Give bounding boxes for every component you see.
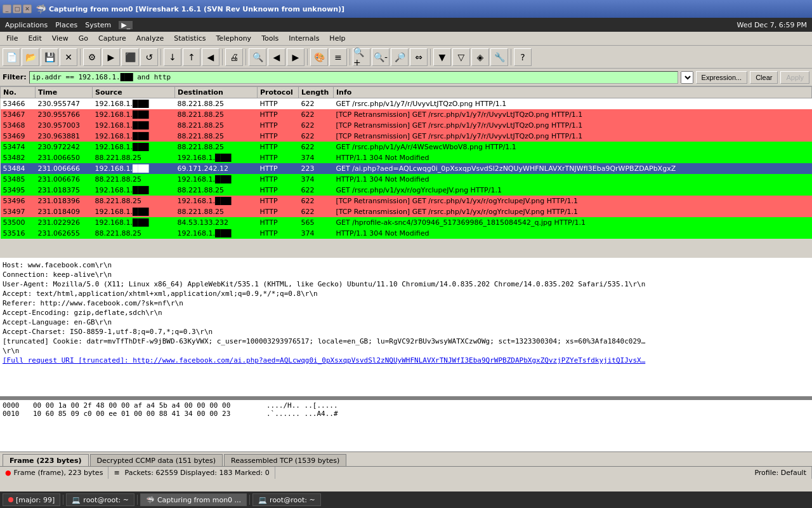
packet-list-scroll[interactable]: No. Time Source Destination Protocol Len… bbox=[0, 86, 812, 258]
menu-tools[interactable]: Tools bbox=[256, 33, 284, 44]
auto-scroll-button[interactable]: ≡ bbox=[329, 48, 347, 66]
packet-detail[interactable]: Host: www.facebook.com\r\nConnection: ke… bbox=[0, 258, 812, 398]
taskbar-terminal2[interactable]: 💻 root@root: ~ bbox=[252, 493, 321, 506]
coloring-rules-button[interactable]: ◈ bbox=[471, 48, 489, 66]
taskbar-major[interactable]: [major: 99] bbox=[3, 493, 60, 506]
save-button[interactable]: 💾 bbox=[41, 48, 58, 66]
start-capture-button[interactable]: ▶ bbox=[102, 48, 120, 66]
display-filter-button[interactable]: ▽ bbox=[452, 48, 470, 66]
terminal1-label: root@root: ~ bbox=[83, 496, 129, 504]
detail-line: Connection: keep-alive\r\n bbox=[3, 270, 809, 279]
table-row[interactable]: 53469230.963881192.168.1.███88.221.88.25… bbox=[1, 131, 812, 142]
menu-internals[interactable]: Internals bbox=[284, 33, 324, 44]
tab-2[interactable]: Reassembled TCP (1539 bytes) bbox=[224, 454, 346, 466]
taskbar-sep-1 bbox=[63, 495, 63, 505]
window-controls[interactable]: _ □ ✕ bbox=[3, 4, 32, 13]
menu-edit[interactable]: Edit bbox=[23, 33, 46, 44]
open-button[interactable]: 📂 bbox=[22, 48, 39, 66]
cell-no: 53469 bbox=[1, 131, 36, 142]
filter-input[interactable] bbox=[29, 71, 678, 84]
terminal-icon[interactable]: ▶_ bbox=[119, 21, 133, 29]
taskbar-wireshark[interactable]: 🦈 Capturing from mon0 ... bbox=[140, 493, 247, 506]
table-row[interactable]: 53467230.955766192.168.1.███88.221.88.25… bbox=[1, 109, 812, 120]
menu-capture[interactable]: Capture bbox=[93, 33, 131, 44]
table-row[interactable]: 53495231.018375192.168.1.███88.221.88.25… bbox=[1, 185, 812, 196]
apply-button[interactable]: Apply bbox=[780, 71, 809, 84]
zoom-out-button[interactable]: 🔍- bbox=[372, 48, 390, 66]
menu-statistics[interactable]: Statistics bbox=[169, 33, 211, 44]
taskbar-terminal1[interactable]: 💻 root@root: ~ bbox=[66, 493, 134, 506]
expression-button[interactable]: Expression... bbox=[696, 71, 748, 84]
zoom-in-button[interactable]: 🔍+ bbox=[353, 48, 370, 66]
table-row[interactable]: 53516231.06265588.221.88.25192.168.1.███… bbox=[1, 228, 812, 239]
tab-1[interactable]: Decrypted CCMP data (151 bytes) bbox=[90, 454, 223, 466]
capture-filter-button[interactable]: ▼ bbox=[433, 48, 451, 66]
scroll-start-button[interactable]: ↑ bbox=[183, 48, 200, 66]
detail-line: [truncated] Cookie: datr=mvTfThDtF-w9jBW… bbox=[3, 337, 809, 346]
apps-menu[interactable]: Applications bbox=[5, 21, 48, 29]
find-button[interactable]: 🔍 bbox=[249, 48, 266, 66]
zoom-reset-button[interactable]: 🔎 bbox=[391, 48, 409, 66]
spacer: ≡ bbox=[114, 469, 119, 477]
col-info[interactable]: Info bbox=[334, 87, 812, 98]
options-button[interactable]: ⚙ bbox=[83, 48, 101, 66]
col-no[interactable]: No. bbox=[1, 87, 36, 98]
places-menu[interactable]: Places bbox=[55, 21, 77, 29]
table-row[interactable]: 53474230.972242192.168.1.███88.221.88.25… bbox=[1, 142, 812, 152]
cell-src: 192.168.1.███ bbox=[93, 163, 175, 174]
cell-time: 231.062655 bbox=[36, 228, 93, 239]
table-row[interactable]: 53500231.022926192.168.1.███84.53.133.23… bbox=[1, 217, 812, 228]
stop-capture-button[interactable]: ⬛ bbox=[121, 48, 139, 66]
hex-panel[interactable]: 000000 00 1a 00 2f 48 00 00 af a4 5b a4 … bbox=[0, 400, 812, 451]
cell-dst: 192.168.1.███ bbox=[175, 174, 258, 185]
clear-button[interactable]: Clear bbox=[750, 71, 778, 84]
print-button[interactable]: 🖨 bbox=[225, 48, 243, 66]
col-dst[interactable]: Destination bbox=[175, 87, 258, 98]
col-proto[interactable]: Protocol bbox=[258, 87, 299, 98]
close-button[interactable]: ✕ bbox=[60, 48, 77, 66]
cell-time: 231.018375 bbox=[36, 185, 93, 196]
prev-packet-button[interactable]: ◀ bbox=[268, 48, 285, 66]
col-len[interactable]: Length bbox=[299, 87, 334, 98]
col-time[interactable]: Time bbox=[36, 87, 93, 98]
table-row[interactable]: 53497231.018409192.168.1.███88.221.88.25… bbox=[1, 206, 812, 217]
detail-line: Referer: http://www.facebook.com/?sk=nf\… bbox=[3, 298, 809, 308]
filter-dropdown[interactable]: ▼ bbox=[681, 71, 693, 84]
table-row[interactable]: 53496231.01839688.221.88.25192.168.1.███… bbox=[1, 196, 812, 206]
tab-0[interactable]: Frame (223 bytes) bbox=[3, 454, 89, 466]
go-back-button[interactable]: ◀ bbox=[202, 48, 219, 66]
colorize-button[interactable]: 🎨 bbox=[310, 48, 328, 66]
menu-view[interactable]: View bbox=[47, 33, 74, 44]
cell-proto: HTTP bbox=[258, 142, 299, 152]
table-row[interactable]: 53484231.006666192.168.1.███69.171.242.1… bbox=[1, 163, 812, 174]
table-row[interactable]: 53482231.00665088.221.88.25192.168.1.███… bbox=[1, 152, 812, 163]
close-button[interactable]: ✕ bbox=[23, 4, 32, 13]
cell-info: [TCP Retransmission] GET /rsrc.php/v1/y7… bbox=[334, 109, 812, 120]
toolbar: 📄 📂 💾 ✕ ⚙ ▶ ⬛ ↺ ↓ ↑ ◀ 🖨 🔍 ◀ ▶ 🎨 ≡ 🔍+ 🔍- … bbox=[0, 46, 812, 69]
next-packet-button[interactable]: ▶ bbox=[287, 48, 304, 66]
menu-analyze[interactable]: Analyze bbox=[131, 33, 169, 44]
restart-button[interactable]: ↺ bbox=[140, 48, 158, 66]
system-menu[interactable]: System bbox=[85, 21, 111, 29]
preferences-button[interactable]: 🔧 bbox=[490, 48, 508, 66]
menu-telephony[interactable]: Telephony bbox=[211, 33, 257, 44]
help-button[interactable]: ? bbox=[514, 48, 532, 66]
maximize-button[interactable]: □ bbox=[13, 4, 22, 13]
cell-info: GET /hprofile-ak-snc4/370946_517369986_1… bbox=[334, 217, 812, 228]
cell-no: 53496 bbox=[1, 196, 36, 206]
cell-dst: 84.53.133.232 bbox=[175, 217, 258, 228]
menu-go[interactable]: Go bbox=[74, 33, 93, 44]
scroll-end-button[interactable]: ↓ bbox=[164, 48, 181, 66]
cell-time: 230.955766 bbox=[36, 109, 93, 120]
table-row[interactable]: 53468230.957003192.168.1.███88.221.88.25… bbox=[1, 120, 812, 131]
table-row[interactable]: 53485231.00667688.221.88.25192.168.1.███… bbox=[1, 174, 812, 185]
menu-help[interactable]: Help bbox=[324, 33, 350, 44]
new-capture-button[interactable]: 📄 bbox=[3, 48, 20, 66]
resize-columns-button[interactable]: ⇔ bbox=[410, 48, 428, 66]
col-src[interactable]: Source bbox=[93, 87, 175, 98]
cell-proto: HTTP bbox=[258, 217, 299, 228]
minimize-button[interactable]: _ bbox=[3, 4, 11, 13]
table-row[interactable]: 53466230.955747192.168.1.███88.221.88.25… bbox=[1, 98, 812, 109]
menu-file[interactable]: File bbox=[1, 33, 23, 44]
cell-dst: 192.168.1.███ bbox=[175, 152, 258, 163]
